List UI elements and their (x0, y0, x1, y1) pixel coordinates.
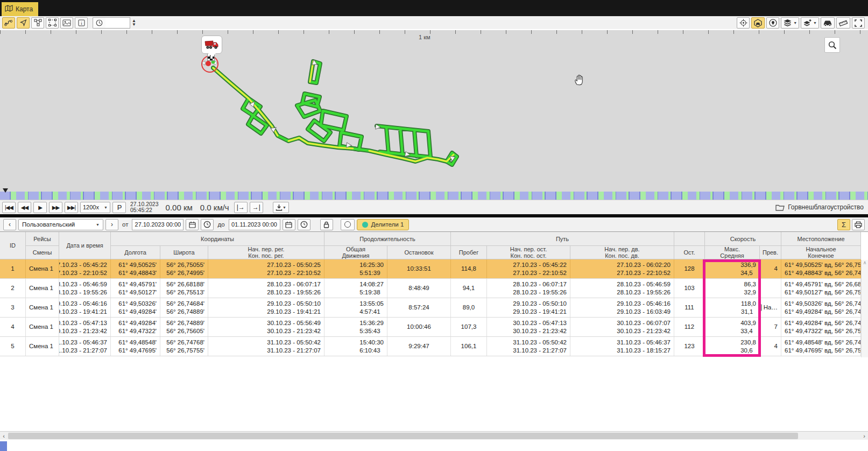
header-path-stops[interactable]: Нач. пер. ост. Кон. пос. ост. (487, 246, 570, 259)
header-violations[interactable]: Прев. (760, 246, 781, 259)
download-icon (276, 204, 283, 211)
date-from-calendar-button[interactable] (186, 219, 199, 230)
tab-map[interactable]: Карта (2, 2, 38, 16)
date-to-input[interactable]: 01.11.2023 00:00 (229, 219, 280, 230)
prev-template-button[interactable]: ‹ (3, 219, 16, 230)
trip-timeline[interactable] (0, 192, 868, 200)
area-select-button[interactable] (46, 17, 59, 29)
marker-toggle-button[interactable] (341, 219, 355, 230)
header-duration-total[interactable]: Общая Движения (324, 246, 387, 259)
time-offset-stepper[interactable]: ▲▼ (132, 19, 136, 26)
header-speed[interactable]: Макс. Средняя (705, 246, 760, 259)
locate-target-button[interactable] (737, 17, 750, 29)
fast-forward-button[interactable]: ▶▶ (49, 202, 62, 213)
totals-button[interactable]: Σ (837, 219, 850, 230)
cell-stops-duration: 10:33:51 (387, 259, 451, 278)
measure-ruler-button[interactable] (836, 17, 850, 29)
print-button[interactable] (852, 219, 865, 230)
add-layer-button[interactable]: ▼ (801, 17, 819, 29)
cell-path-stops: 30.10.23 - 05:47:13 30.10.23 - 21:23:42 (487, 318, 570, 336)
header-location[interactable]: Начальное Конечное (781, 246, 861, 259)
header-latitude[interactable]: Широта (160, 246, 208, 259)
header-path-group[interactable]: Путь (451, 232, 674, 246)
timeline-playhead[interactable] (3, 188, 8, 195)
scroll-left-arrow[interactable]: ‹ (0, 432, 8, 440)
cell-mileage: 114,8 (451, 259, 487, 278)
header-stops-duration[interactable]: Остановок (387, 246, 451, 259)
header-shifts[interactable]: Смены (26, 246, 59, 259)
header-speed-group[interactable]: Скорость (705, 232, 781, 246)
vehicle-marker-balloon[interactable] (201, 36, 222, 54)
header-location-group[interactable]: Местоположение (781, 232, 861, 246)
show-position-button[interactable] (766, 17, 779, 29)
skip-to-end-button[interactable]: ▶▶| (65, 202, 78, 213)
header-coordinates-group[interactable]: Координаты (111, 232, 324, 246)
header-longitude[interactable]: Долгота (111, 246, 160, 259)
lock-icon (323, 221, 329, 228)
time-from-button[interactable] (201, 219, 214, 230)
header-path-moving[interactable]: Нач. пер. дв. Кон. пос. дв. (570, 246, 674, 259)
cell-mileage: 106,1 (451, 337, 487, 356)
header-duration-group[interactable]: Продолжительность (324, 232, 451, 246)
cell-reg-period: 31.10.23 - 05:50:42 31.10.23 - 21:27:07 (208, 337, 324, 356)
playback-bar: |◀◀ ◀◀ ▶ ▶▶ ▶▶| 1200x▼ P 27.10.2023 05:4… (0, 200, 868, 214)
geofence-nodes-button[interactable] (31, 17, 44, 29)
time-offset-input[interactable] (105, 17, 130, 29)
table-row[interactable]: 2Смена 128.10.23 - 05:46:59 28.10.23 - 1… (0, 279, 861, 298)
lock-period-button[interactable] (320, 219, 333, 230)
position-button[interactable]: P (112, 202, 126, 213)
vertical-scrollbar[interactable]: ∧ (861, 260, 868, 357)
fullscreen-button[interactable] (852, 17, 865, 29)
cell-longitude: 61° 49,45791' 61° 49,50127' (111, 279, 160, 298)
cell-reg-period: 28.10.23 - 06:07:17 28.10.23 - 19:55:26 (208, 279, 324, 298)
cell-shift: Смена 1 (26, 298, 59, 317)
header-reg-period[interactable]: Нач. пер. рег. Кон. пос. рег. (208, 246, 324, 259)
header-stops-count[interactable]: Ост. (674, 246, 705, 259)
header-trips-group[interactable]: Рейсы (26, 232, 59, 246)
report-template-select[interactable]: Пользовательский▼ (18, 219, 103, 230)
cell-path-stops: 27.10.23 - 05:45:22 27.10.23 - 22:10:52 (487, 259, 570, 278)
scroll-right-arrow[interactable]: › (860, 432, 868, 440)
corner-resize-handle (0, 441, 7, 451)
cell-id: 1 (0, 259, 26, 278)
next-template-button[interactable]: › (105, 219, 118, 230)
filter-right-group: Σ (837, 219, 865, 230)
cell-path-moving: 30.10.23 - 06:07:07 30.10.23 - 21:23:42 (570, 318, 674, 336)
rewind-button[interactable]: ◀◀ (18, 202, 31, 213)
info-button[interactable]: i (75, 17, 88, 29)
jump-to-interval-end-button[interactable]: →| (250, 202, 263, 213)
time-to-button[interactable] (298, 219, 310, 230)
table-row[interactable]: 5Смена 131.10.23 - 05:46:37 31.10.23 - 2… (0, 337, 861, 356)
photos-button[interactable] (60, 17, 73, 29)
playback-speed-select[interactable]: 1200x▼ (80, 202, 110, 213)
play-button[interactable]: ▶ (33, 202, 47, 213)
skip-to-start-button[interactable]: |◀◀ (2, 202, 16, 213)
horizontal-scrollbar[interactable]: ‹ › (0, 431, 868, 440)
track-mode-button[interactable] (2, 17, 15, 29)
cell-path-stops: 29.10.23 - 05:50:10 29.10.23 - 19:41:21 (487, 298, 570, 317)
layers-button[interactable]: ▼ (781, 17, 799, 29)
date-from-input[interactable]: 27.10.2023 00:00 (132, 219, 184, 230)
organization-group[interactable]: Горвнешблагоустройство (775, 203, 864, 211)
map-canvas[interactable]: 1 км (0, 30, 868, 192)
cell-location: 61° 49,45791' вд, 56° 26,68188 61° 49,50… (781, 279, 861, 298)
export-button[interactable]: ▼ (273, 202, 289, 213)
table-row[interactable]: 1Смена 127.10.23 - 05:45:22 27.10.23 - 2… (0, 259, 861, 279)
cell-latitude: 56° 26,68188' 56° 26,75513' (160, 279, 208, 298)
dividers-chip[interactable]: Делители 1 (357, 219, 410, 230)
map-search-button[interactable] (824, 37, 840, 53)
table-row[interactable]: 3Смена 129.10.23 - 05:46:16 29.10.23 - 1… (0, 298, 861, 318)
cell-reg-period: 27.10.23 - 05:50:25 27.10.23 - 22:10:52 (208, 259, 324, 278)
header-mileage[interactable]: Пробег (451, 246, 487, 259)
jump-to-interval-start-button[interactable]: |→ (234, 202, 248, 213)
calendar-icon (285, 221, 292, 228)
date-to-calendar-button[interactable] (283, 219, 295, 230)
pointer-mode-button[interactable] (17, 17, 30, 29)
report-filter-bar: ‹ Пользовательский▼ › от 27.10.2023 00:0… (0, 217, 868, 232)
header-id[interactable]: ID (0, 232, 26, 259)
scrollbar-thumb[interactable] (8, 433, 798, 439)
vehicles-button[interactable] (821, 17, 835, 29)
table-row[interactable]: 4Смена 130.10.23 - 05:47:13 30.10.23 - 2… (0, 318, 861, 337)
follow-vehicle-button[interactable] (751, 17, 765, 29)
header-datetime[interactable]: Дата и время (59, 232, 111, 259)
